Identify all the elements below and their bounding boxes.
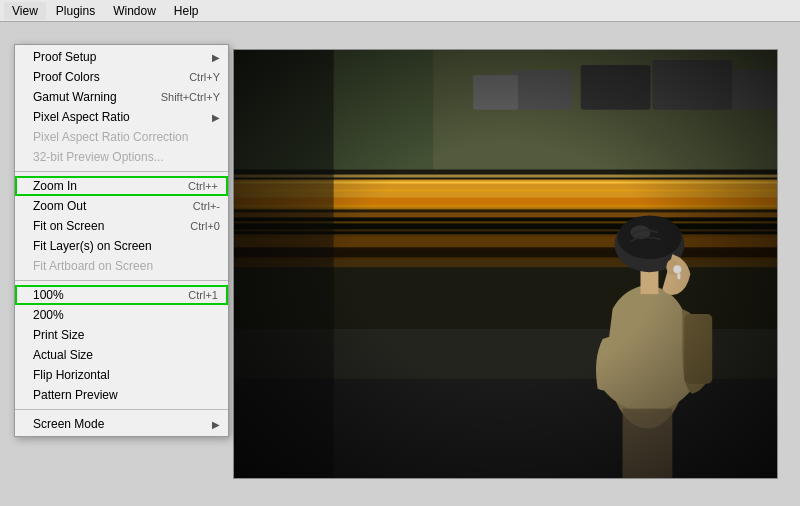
menu-item-fit-layers[interactable]: Fit Layer(s) on Screen	[15, 236, 228, 256]
menu-section-3: 100% Ctrl+1 200% Print Size Actual Size …	[15, 283, 228, 407]
menu-bar-plugins[interactable]: Plugins	[48, 2, 103, 20]
menu-item-100-percent[interactable]: 100% Ctrl+1	[15, 285, 228, 305]
menu-bar-view[interactable]: View	[4, 2, 46, 20]
app-container: View Plugins Window Help Proof Setup ▶ P…	[0, 0, 800, 506]
menu-bar-help[interactable]: Help	[166, 2, 207, 20]
menu-section-2: Zoom In Ctrl++ Zoom Out Ctrl+- Fit on Sc…	[15, 174, 228, 278]
menu-item-fit-artboard: Fit Artboard on Screen	[15, 256, 228, 276]
menu-item-pixel-aspect-ratio[interactable]: Pixel Aspect Ratio ▶	[15, 107, 228, 127]
menu-section-4: Screen Mode ▶	[15, 412, 228, 436]
svg-rect-37	[234, 50, 777, 478]
menu-item-gamut-warning[interactable]: Gamut Warning Shift+Ctrl+Y	[15, 87, 228, 107]
photo-container	[233, 49, 778, 479]
menu-section-1: Proof Setup ▶ Proof Colors Ctrl+Y Gamut …	[15, 45, 228, 169]
menu-bar-window[interactable]: Window	[105, 2, 164, 20]
menu-item-fit-on-screen[interactable]: Fit on Screen Ctrl+0	[15, 216, 228, 236]
menu-item-pattern-preview[interactable]: Pattern Preview	[15, 385, 228, 405]
main-content: Proof Setup ▶ Proof Colors Ctrl+Y Gamut …	[0, 22, 800, 506]
menu-item-pixel-aspect-ratio-correction: Pixel Aspect Ratio Correction	[15, 127, 228, 147]
photo-scene	[234, 50, 777, 478]
menu-item-zoom-in[interactable]: Zoom In Ctrl++	[15, 176, 228, 196]
divider-3	[15, 409, 228, 410]
menu-bar: View Plugins Window Help	[0, 0, 800, 22]
menu-item-actual-size[interactable]: Actual Size	[15, 345, 228, 365]
menu-item-zoom-out[interactable]: Zoom Out Ctrl+-	[15, 196, 228, 216]
menu-item-32bit-preview: 32-bit Preview Options...	[15, 147, 228, 167]
menu-item-proof-colors[interactable]: Proof Colors Ctrl+Y	[15, 67, 228, 87]
menu-item-screen-mode[interactable]: Screen Mode ▶	[15, 414, 228, 434]
menu-item-print-size[interactable]: Print Size	[15, 325, 228, 345]
divider-2	[15, 280, 228, 281]
menu-item-proof-setup[interactable]: Proof Setup ▶	[15, 47, 228, 67]
menu-item-200-percent[interactable]: 200%	[15, 305, 228, 325]
menu-item-flip-horizontal[interactable]: Flip Horizontal	[15, 365, 228, 385]
divider-1	[15, 171, 228, 172]
view-dropdown-menu: Proof Setup ▶ Proof Colors Ctrl+Y Gamut …	[14, 44, 229, 437]
